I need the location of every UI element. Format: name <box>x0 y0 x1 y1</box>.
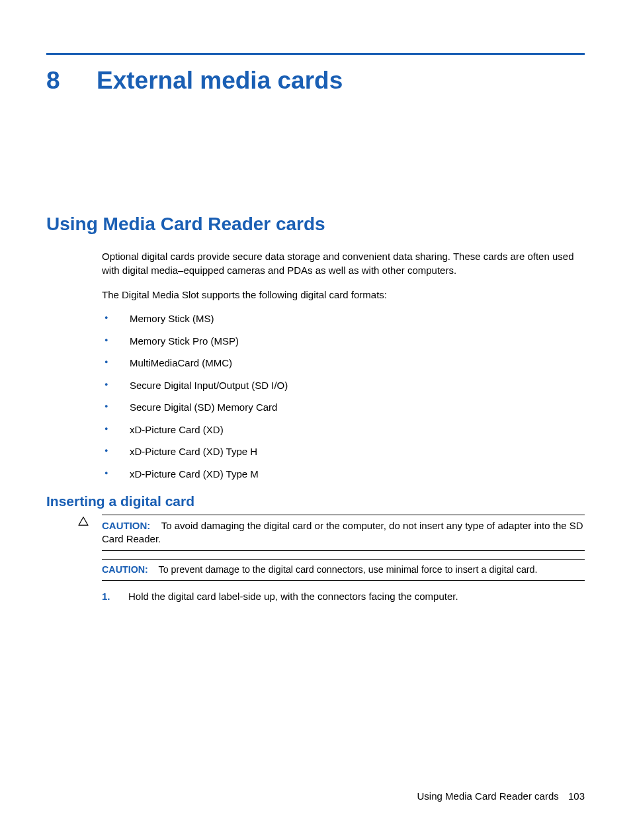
list-item: Secure Digital (SD) Memory Card <box>102 401 585 414</box>
step-item: 1. Hold the digital card label-side up, … <box>102 590 585 603</box>
caution-label: CAUTION: <box>102 520 150 531</box>
list-item: xD-Picture Card (XD) <box>102 423 585 437</box>
caution-block: CAUTION: To avoid damaging the digital c… <box>78 515 585 551</box>
list-item: Memory Stick (MS) <box>102 312 585 325</box>
step-number: 1. <box>102 590 110 603</box>
list-item: xD-Picture Card (XD) Type M <box>102 468 585 481</box>
list-item: Memory Stick Pro (MSP) <box>102 335 585 348</box>
chapter-number: 8 <box>46 67 97 95</box>
caution-2: CAUTION: To prevent damage to the digita… <box>102 559 585 581</box>
footer-page-number: 103 <box>568 790 585 802</box>
caution-text: To avoid damaging the digital card or th… <box>102 520 583 544</box>
caution-1: CAUTION: To avoid damaging the digital c… <box>102 515 585 551</box>
chapter-header: 8 External media cards <box>46 67 585 95</box>
section-intro-1: Optional digital cards provide secure da… <box>102 249 585 277</box>
chapter-top-rule <box>46 53 585 55</box>
caution-triangle-icon <box>78 515 102 528</box>
chapter-title: External media cards <box>97 67 343 95</box>
footer-text: Using Media Card Reader cards <box>417 790 559 802</box>
caution-label: CAUTION: <box>102 564 148 575</box>
page-footer: Using Media Card Reader cards 103 <box>417 790 585 802</box>
list-item: xD-Picture Card (XD) Type H <box>102 445 585 458</box>
steps-list: 1. Hold the digital card label-side up, … <box>102 590 585 603</box>
step-text: Hold the digital card label-side up, wit… <box>128 591 458 602</box>
subsection-title: Inserting a digital card <box>46 493 585 509</box>
section-title: Using Media Card Reader cards <box>46 214 585 235</box>
caution-text: To prevent damage to the digital card co… <box>159 564 538 575</box>
list-item: MultiMediaCard (MMC) <box>102 357 585 370</box>
list-item: Secure Digital Input/Output (SD I/O) <box>102 379 585 392</box>
format-list: Memory Stick (MS) Memory Stick Pro (MSP)… <box>102 312 585 480</box>
section-intro-2: The Digital Media Slot supports the foll… <box>102 288 585 302</box>
